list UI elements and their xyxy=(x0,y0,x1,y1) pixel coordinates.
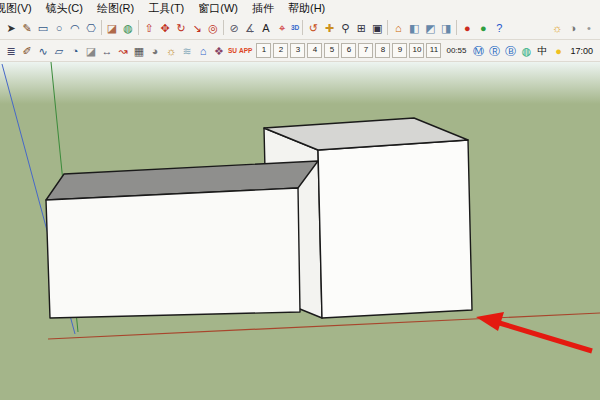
text-tool-icon[interactable]: A xyxy=(258,19,274,37)
sky-horizon-band xyxy=(0,62,600,104)
menu-item-6[interactable]: 帮助(H) xyxy=(281,0,332,16)
scene-tab-strip: 1234567891011 xyxy=(255,43,442,58)
fog-icon[interactable]: ≋ xyxy=(179,42,195,60)
scene-tab-10[interactable]: 10 xyxy=(409,43,424,58)
polygon-tool-icon[interactable]: ⎔ xyxy=(83,19,99,37)
menubar: 视图(V)镜头(C)绘图(R)工具(T)窗口(W)插件帮助(H) xyxy=(0,0,600,17)
scene-tab-6[interactable]: 6 xyxy=(341,43,356,58)
rectangle-tool-icon[interactable]: ▭ xyxy=(35,19,51,37)
3d-text-icon[interactable]: 3D xyxy=(290,19,300,37)
toolbar-separator xyxy=(223,20,224,35)
freehand-icon[interactable]: ∿ xyxy=(35,42,51,60)
status-icon-group: ● xyxy=(550,42,566,60)
suapp-label[interactable]: APP xyxy=(238,42,253,60)
menu-item-5[interactable]: 插件 xyxy=(245,0,281,16)
cube-front-face[interactable] xyxy=(318,140,472,318)
menu-item-0[interactable]: 视图(V) xyxy=(0,0,39,16)
3d-warehouse-icon[interactable]: ⌂ xyxy=(195,42,211,60)
scene-tab-3[interactable]: 3 xyxy=(290,43,305,58)
toolbar-row-2: ≣✐∿▱◔◪↔↝▦◕☼≋⌂❖SUAPP 1234567891011 00:55 … xyxy=(0,40,600,62)
toolbar1-right-group: ☼◑• xyxy=(549,19,597,37)
scene-tab-1[interactable]: 1 xyxy=(256,43,271,58)
layers-icon[interactable]: ≣ xyxy=(3,42,19,60)
line-tool-icon[interactable]: ✎ xyxy=(19,19,35,37)
shadow-toggle-icon[interactable]: ☼ xyxy=(163,42,179,60)
push-pull-tool-icon[interactable]: ⇧ xyxy=(141,19,157,37)
paint-bucket-icon[interactable]: ◍ xyxy=(120,19,136,37)
top-view-icon[interactable]: ◩ xyxy=(422,19,438,37)
select-tool-icon[interactable]: ➤ xyxy=(3,19,19,37)
toolbar-separator xyxy=(456,20,457,35)
scene-tab-11[interactable]: 11 xyxy=(426,43,441,58)
dot-icon[interactable]: • xyxy=(581,19,597,37)
follow-me-icon[interactable]: ↝ xyxy=(115,42,131,60)
zoom-extents-icon[interactable]: ▣ xyxy=(369,19,385,37)
long-box-front-face[interactable] xyxy=(46,188,300,318)
toolbar-row-1: ➤✎▭○◠⎔◪◍⇧✥↻↘◎⊘∡A⌖3D↺✚⚲⊞▣⌂◧◩◨●●? ☼◑• xyxy=(0,16,600,40)
views-house-icon[interactable]: ⌂ xyxy=(390,19,406,37)
scale-tool-icon[interactable]: ↘ xyxy=(189,19,205,37)
m-badge-icon[interactable]: Ⓜ xyxy=(470,42,486,60)
style-sphere-green-icon[interactable]: ● xyxy=(475,19,491,37)
tape-measure-icon[interactable]: ⊘ xyxy=(226,19,242,37)
axes-tool-icon[interactable]: ⌖ xyxy=(274,19,290,37)
protractor-icon[interactable]: ∡ xyxy=(242,19,258,37)
toolbar1-icon-group: ➤✎▭○◠⎔◪◍⇧✥↻↘◎⊘∡A⌖3D↺✚⚲⊞▣⌂◧◩◨●●? xyxy=(3,19,507,37)
scene-tab-2[interactable]: 2 xyxy=(273,43,288,58)
toolbar-separator xyxy=(101,20,102,35)
clock-icon[interactable]: ● xyxy=(550,42,566,60)
scene-tab-5[interactable]: 5 xyxy=(324,43,339,58)
modeling-viewport[interactable] xyxy=(0,62,600,400)
rotated-rectangle-icon[interactable]: ▱ xyxy=(51,42,67,60)
menu-item-1[interactable]: 镜头(C) xyxy=(39,0,90,16)
scene-tab-7[interactable]: 7 xyxy=(358,43,373,58)
menu-item-3[interactable]: 工具(T) xyxy=(141,0,191,16)
help-icon[interactable]: ? xyxy=(491,19,507,37)
sun-icon[interactable]: ☼ xyxy=(549,19,565,37)
pie-tool-icon[interactable]: ◔ xyxy=(67,42,83,60)
r-badge-icon[interactable]: Ⓡ xyxy=(486,42,502,60)
zoom-window-icon[interactable]: ⊞ xyxy=(353,19,369,37)
contrast-icon[interactable]: ◑ xyxy=(565,19,581,37)
sketchup-window: 视图(V)镜头(C)绘图(R)工具(T)窗口(W)插件帮助(H) ➤✎▭○◠⎔◪… xyxy=(0,0,600,400)
menu-item-2[interactable]: 绘图(R) xyxy=(90,0,141,16)
soften-edges-icon[interactable]: ◕ xyxy=(147,42,163,60)
style-sphere-red-icon[interactable]: ● xyxy=(459,19,475,37)
front-view-icon[interactable]: ◨ xyxy=(438,19,454,37)
scene-tab-9[interactable]: 9 xyxy=(392,43,407,58)
toolbar-separator xyxy=(387,20,388,35)
toolbar2-right-group: ⓂⓇⒷ◍ xyxy=(470,42,534,60)
pencil-icon[interactable]: ✐ xyxy=(19,42,35,60)
eraser-tool-icon[interactable]: ◪ xyxy=(104,19,120,37)
circle-tool-icon[interactable]: ○ xyxy=(51,19,67,37)
orbit-tool-icon[interactable]: ↺ xyxy=(305,19,321,37)
toolbar-separator xyxy=(138,20,139,35)
section-plane-icon[interactable]: ◪ xyxy=(83,42,99,60)
rotate-tool-icon[interactable]: ↻ xyxy=(173,19,189,37)
dimension-icon[interactable]: ↔ xyxy=(99,42,115,60)
scene-tab-4[interactable]: 4 xyxy=(307,43,322,58)
intersect-icon[interactable]: ▦ xyxy=(131,42,147,60)
iso-view-icon[interactable]: ◧ xyxy=(406,19,422,37)
toolbar2-icon-group: ≣✐∿▱◔◪↔↝▦◕☼≋⌂❖SUAPP xyxy=(3,42,253,60)
system-clock-label: 17:00 xyxy=(570,46,593,56)
menu-item-4[interactable]: 窗口(W) xyxy=(191,0,245,16)
move-tool-icon[interactable]: ✥ xyxy=(157,19,173,37)
toolbar-separator xyxy=(302,20,303,35)
timestamp-label: 00:55 xyxy=(446,46,466,55)
arc-tool-icon[interactable]: ◠ xyxy=(67,19,83,37)
b-badge-icon[interactable]: Ⓑ xyxy=(502,42,518,60)
zoom-tool-icon[interactable]: ⚲ xyxy=(337,19,353,37)
component-icon[interactable]: ❖ xyxy=(211,42,227,60)
ime-language-indicator[interactable]: 中 xyxy=(537,44,547,58)
scene-tab-8[interactable]: 8 xyxy=(375,43,390,58)
suapp-logo[interactable]: SU xyxy=(227,42,238,60)
pan-tool-icon[interactable]: ✚ xyxy=(321,19,337,37)
globe-icon[interactable]: ◍ xyxy=(518,42,534,60)
offset-tool-icon[interactable]: ◎ xyxy=(205,19,221,37)
